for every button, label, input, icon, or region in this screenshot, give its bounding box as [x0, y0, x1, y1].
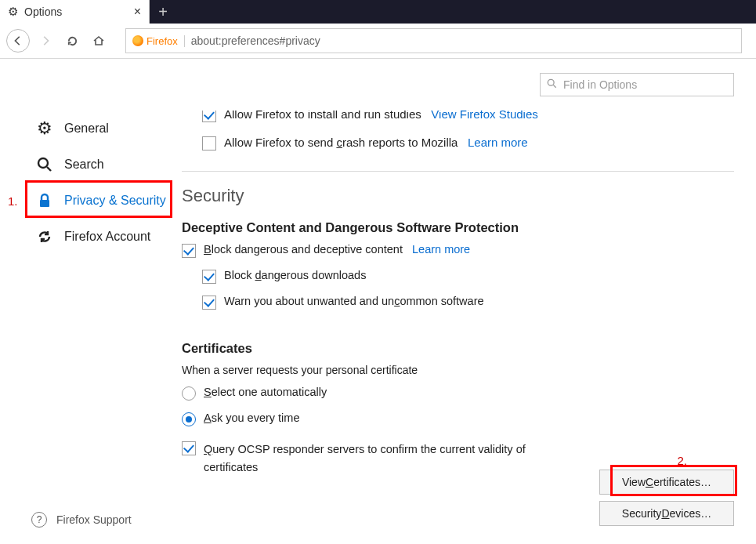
sidebar-item-label: Firefox Account — [64, 230, 150, 244]
url-bar[interactable]: Firefox about:preferences#privacy — [125, 28, 742, 53]
gear-icon: ⚙ — [8, 5, 18, 19]
crash-learn-more-link[interactable]: Learn more — [468, 136, 528, 149]
find-in-options[interactable]: Find in Options — [540, 73, 734, 96]
browser-tab-options[interactable]: ⚙ Options × — [0, 0, 150, 24]
block-downloads-row: Block dangerous downloads — [202, 269, 734, 284]
studies-label: Allow Firefox to install and run studies — [224, 111, 421, 121]
sidebar-footer-label: Firefox Support — [56, 513, 132, 526]
lock-icon — [36, 192, 53, 209]
sidebar: ⚙ General Search Privacy & Security Fire… — [0, 59, 182, 544]
sidebar-footer[interactable]: ? Firefox Support — [31, 512, 132, 528]
tab-strip: ⚙ Options × + — [0, 0, 756, 24]
gear-icon: ⚙ — [36, 120, 53, 137]
studies-checkbox[interactable] — [202, 111, 216, 122]
sidebar-item-label: Search — [64, 158, 104, 172]
identity-label: Firefox — [146, 35, 178, 47]
view-firefox-studies-link[interactable]: View Firefox Studies — [431, 111, 537, 121]
cutoff-row-studies: Allow Firefox to install and run studies… — [182, 111, 734, 125]
search-icon — [547, 78, 557, 91]
block-content-checkbox[interactable] — [182, 244, 196, 258]
identity-box[interactable]: Firefox — [126, 35, 185, 47]
firefox-icon — [132, 35, 143, 46]
cert-select-auto-radio[interactable] — [182, 386, 196, 401]
cert-ask-row: Ask you every time — [182, 412, 734, 426]
back-button[interactable] — [6, 29, 30, 53]
svg-point-3 — [548, 79, 554, 85]
crash-reports-checkbox[interactable] — [202, 136, 216, 151]
sidebar-item-search[interactable]: Search — [5, 147, 182, 183]
cert-select-auto-row: Select one automatically — [182, 386, 734, 401]
svg-line-4 — [553, 85, 555, 87]
url-text: about:preferences#privacy — [185, 34, 327, 47]
svg-line-1 — [47, 167, 51, 171]
content-pane: Find in Options Allow Firefox to install… — [182, 59, 756, 544]
svg-rect-2 — [40, 200, 49, 207]
sync-icon — [36, 228, 53, 245]
tab-close-icon[interactable]: × — [134, 5, 141, 18]
view-certificates-button[interactable]: View Certificates… — [599, 470, 734, 495]
security-heading: Security — [182, 186, 734, 206]
section-divider — [182, 171, 734, 172]
nav-toolbar: Firefox about:preferences#privacy — [0, 24, 756, 59]
security-devices-button[interactable]: Security Devices… — [599, 501, 734, 526]
sidebar-item-label: General — [64, 121, 109, 136]
forward-button[interactable] — [34, 30, 56, 52]
block-content-row: Block dangerous and deceptive content Le… — [182, 243, 734, 258]
home-button[interactable] — [88, 30, 110, 52]
sidebar-item-label: Privacy & Security — [64, 194, 166, 208]
block-downloads-checkbox[interactable] — [202, 270, 216, 284]
deceptive-learn-more-link[interactable]: Learn more — [412, 243, 470, 256]
crash-label: Allow Firefox to send crash reports to M… — [224, 136, 458, 149]
cert-buttons: View Certificates… Security Devices… — [599, 470, 734, 526]
help-icon: ? — [31, 512, 47, 528]
sidebar-item-firefox-account[interactable]: Firefox Account — [5, 219, 182, 255]
search-icon — [36, 156, 53, 173]
new-tab-button[interactable]: + — [150, 0, 176, 24]
ocsp-row: Query OCSP responder servers to confirm … — [182, 441, 550, 477]
reload-button[interactable] — [61, 30, 83, 52]
cert-ask-radio[interactable] — [182, 412, 196, 426]
sidebar-item-general[interactable]: ⚙ General — [5, 111, 182, 147]
svg-point-0 — [38, 158, 48, 168]
sidebar-item-privacy-security[interactable]: Privacy & Security — [5, 183, 182, 219]
certificates-heading: Certificates — [182, 341, 734, 356]
search-placeholder: Find in Options — [563, 78, 637, 91]
ocsp-checkbox[interactable] — [182, 441, 196, 455]
warn-uncommon-checkbox[interactable] — [202, 296, 216, 310]
tab-title: Options — [24, 5, 62, 18]
warn-uncommon-row: Warn you about unwanted and uncommon sof… — [202, 295, 734, 310]
preferences-body: ⚙ General Search Privacy & Security Fire… — [0, 59, 756, 544]
deceptive-heading: Deceptive Content and Dangerous Software… — [182, 220, 734, 235]
certificates-intro: When a server requests your personal cer… — [182, 364, 734, 376]
crash-reports-row: Allow Firefox to send crash reports to M… — [202, 136, 734, 151]
